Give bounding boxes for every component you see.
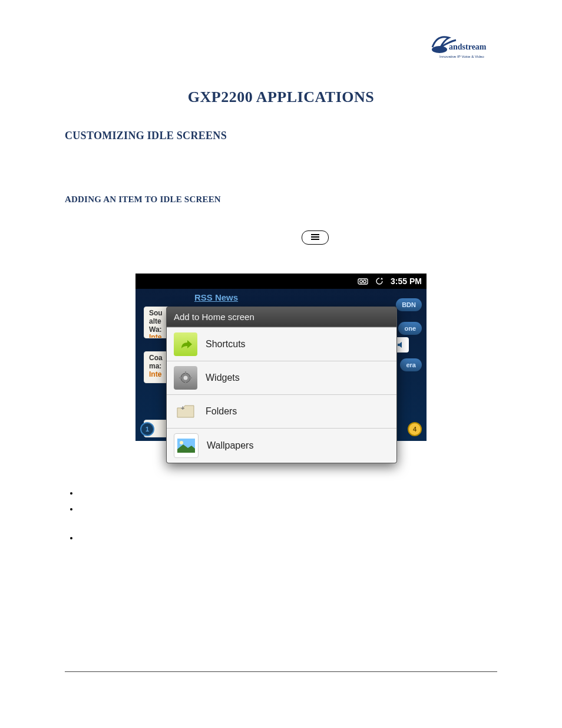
add-to-home-dialog: Add to Home screen Shortcuts Widgets + [166, 307, 397, 463]
document-page: andstream Innovative IP Voice & Video GX… [0, 0, 562, 728]
section-heading-adding-item: ADDING AN ITEM TO IDLE SCREEN [65, 195, 497, 205]
bg-button-3: era [400, 358, 422, 371]
rss-card-1-line: Wa: [149, 325, 162, 334]
page-indicator-4: 4 [408, 422, 422, 436]
svg-rect-8 [185, 371, 186, 374]
dialog-item-shortcuts[interactable]: Shortcuts [167, 327, 396, 361]
step-3: 3. Tap on the category – Shortcuts, Widg… [65, 472, 497, 485]
bullet-shortcuts: Shortcuts: Add shortcuts to the home scr… [79, 486, 497, 499]
bullet-widgets: Widgets: Add any of the widgets to the h… [79, 502, 497, 529]
dialog-item-label: Folders [206, 406, 237, 417]
page-footer: Firmware Version 1.0.1.20 GXP2200 USER M… [65, 686, 497, 693]
bullet-text: Folders: Add a folder to the home screen… [79, 533, 482, 569]
footer-center: GXP2200 USER MANUAL [259, 686, 335, 693]
voicemail-icon [358, 277, 368, 285]
page-title: GXP2200 APPLICATIONS [65, 88, 497, 106]
rss-card-1-line: alte [149, 317, 161, 325]
rss-card-2-line: Coa [149, 354, 163, 362]
rss-card-1-line: Sou [149, 309, 163, 317]
svg-text:andstream: andstream [449, 42, 487, 51]
step-2b: and select "Add". A list of options for … [65, 246, 497, 259]
dialog-item-wallpapers[interactable]: Wallpapers [167, 428, 396, 463]
svg-rect-11 [190, 377, 192, 378]
svg-point-4 [360, 280, 363, 283]
dialog-title: Add to Home screen [167, 307, 396, 327]
folder-icon: + [174, 400, 197, 423]
footer-right: Page 47 of 133 [453, 686, 497, 693]
sync-icon [374, 277, 385, 285]
svg-point-14 [180, 441, 183, 444]
shortcut-icon [174, 332, 197, 356]
step-2a: 2. Touch and hold the open area on the s… [65, 230, 497, 245]
rss-card-1-source: Inte [149, 333, 161, 338]
status-bar: 3:55 PM [135, 274, 427, 289]
section-heading-customizing: CUSTOMIZING IDLE SCREENS [65, 130, 497, 142]
gear-icon [174, 366, 197, 390]
dialog-item-label: Widgets [206, 373, 240, 383]
section-body: On the GXP2200, users could add app icon… [65, 154, 497, 180]
svg-text:+: + [181, 404, 184, 411]
bullet-folders: Folders: Add a folder to the home screen… [79, 531, 497, 571]
bullet-text: Widgets: Add any of the widgets to the h… [79, 504, 495, 526]
bg-button-1: BDN [396, 298, 422, 311]
svg-point-0 [432, 46, 447, 53]
step-2-text: 2. Touch and hold the open area on the s… [65, 232, 298, 241]
dialog-item-label: Wallpapers [207, 440, 253, 451]
dialog-item-widgets[interactable]: Widgets [167, 361, 396, 394]
rss-card-2-line: ma: [149, 362, 161, 370]
rss-news-title: RSS News [143, 292, 290, 302]
svg-text:Innovative IP Voice & Video: Innovative IP Voice & Video [439, 54, 484, 58]
brand-logo: andstream Innovative IP Voice & Video [427, 29, 497, 65]
device-screenshot: 3:55 PM RSS News Sou alte Wa: Inte Coa m… [135, 274, 427, 441]
menu-hardkey-icon [302, 230, 329, 245]
footer-rule [65, 671, 497, 672]
svg-point-5 [363, 280, 366, 283]
step-1: 1. Select and open up the idle screen wh… [65, 215, 497, 229]
dialog-item-label: Shortcuts [206, 339, 246, 350]
bg-button-2: one [398, 322, 422, 335]
svg-rect-9 [185, 382, 186, 384]
page-indicator-1: 1 [140, 422, 154, 436]
wallpaper-icon [174, 433, 199, 458]
svg-rect-10 [179, 377, 181, 378]
status-time: 3:55 PM [391, 276, 422, 286]
bullet-text: Shortcuts: Add shortcuts to the home scr… [79, 488, 411, 498]
footer-left: Firmware Version 1.0.1.20 [65, 686, 140, 693]
category-list: Shortcuts: Add shortcuts to the home scr… [79, 486, 497, 571]
svg-point-7 [184, 375, 188, 380]
dialog-item-folders[interactable]: + Folders [167, 394, 396, 428]
figure-wrap: 3:55 PM RSS News Sou alte Wa: Inte Coa m… [65, 274, 497, 441]
rss-card-2-source: Inte [149, 370, 161, 378]
